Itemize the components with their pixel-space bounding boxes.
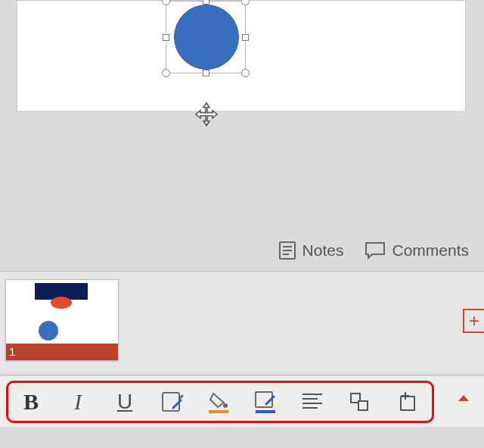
svg-rect-8 xyxy=(256,410,275,413)
outline-color-icon xyxy=(253,389,278,415)
svg-rect-4 xyxy=(163,393,179,411)
resize-handle-top-left[interactable] xyxy=(162,0,170,5)
fill-color-icon xyxy=(206,389,231,415)
move-cursor-icon xyxy=(194,101,219,127)
underline-button[interactable]: U xyxy=(101,382,148,422)
italic-button[interactable]: I xyxy=(54,382,101,422)
slide-number: 1 xyxy=(9,345,15,358)
svg-rect-15 xyxy=(401,397,414,410)
thumbnail-image xyxy=(35,283,88,313)
slide-number-badge: 1 xyxy=(6,344,118,360)
format-painter-icon xyxy=(160,390,184,414)
slide-thumbnail[interactable]: 1 xyxy=(5,279,119,361)
slide-thumbnail-strip: 1 xyxy=(0,271,484,373)
fill-color-button[interactable] xyxy=(195,382,242,422)
status-view-bar: Notes Comments xyxy=(0,234,484,267)
notes-button[interactable]: Notes xyxy=(278,241,344,260)
svg-point-5 xyxy=(223,403,228,408)
notes-icon xyxy=(278,241,296,260)
resize-handle-bottom-right[interactable] xyxy=(241,69,250,77)
paragraph-align-button[interactable] xyxy=(289,382,336,422)
resize-handle-bottom-left[interactable] xyxy=(162,69,170,77)
resize-handle-mid-left[interactable] xyxy=(163,34,169,41)
arrange-button[interactable] xyxy=(336,382,383,422)
new-slide-button[interactable]: + xyxy=(463,309,484,333)
formatting-toolbar-wrap: B I U xyxy=(0,375,484,427)
chevron-up-icon xyxy=(457,393,470,403)
resize-handle-bottom-mid[interactable] xyxy=(203,70,209,76)
svg-rect-6 xyxy=(209,410,228,413)
svg-rect-14 xyxy=(358,401,368,410)
align-icon xyxy=(301,391,324,412)
resize-handle-top-right[interactable] xyxy=(241,0,250,5)
plus-icon: + xyxy=(469,310,479,331)
comments-label: Comments xyxy=(392,241,469,260)
bold-icon: B xyxy=(23,389,39,415)
shape-circle[interactable] xyxy=(174,5,239,70)
formatting-toolbar: B I U xyxy=(8,382,430,422)
thumbnail-shape-circle xyxy=(39,321,58,341)
italic-icon: I xyxy=(74,389,82,415)
resize-handle-mid-right[interactable] xyxy=(242,34,249,41)
underline-icon: U xyxy=(117,390,132,414)
format-painter-button[interactable] xyxy=(148,382,195,422)
notes-label: Notes xyxy=(302,241,344,260)
outline-color-button[interactable] xyxy=(242,382,289,422)
comments-button[interactable]: Comments xyxy=(365,241,469,260)
slide-canvas[interactable] xyxy=(17,0,466,112)
bold-button[interactable]: B xyxy=(8,382,54,422)
resize-handle-top-mid[interactable] xyxy=(203,0,209,5)
textbox-icon xyxy=(395,390,417,413)
expand-toolbar-button[interactable] xyxy=(457,393,470,403)
shape-selection-box[interactable] xyxy=(166,1,246,73)
arrange-icon xyxy=(348,390,371,413)
comment-icon xyxy=(365,241,386,260)
insert-textbox-button[interactable] xyxy=(383,382,430,422)
